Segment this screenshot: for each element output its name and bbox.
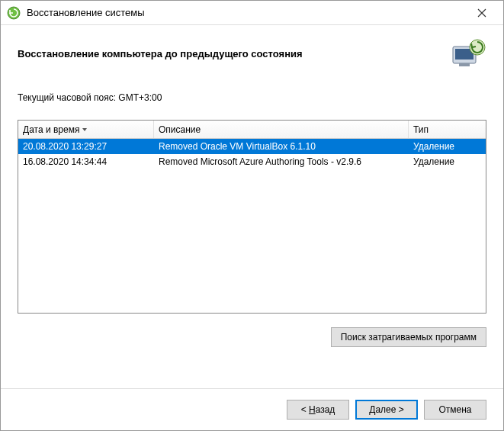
page-title: Восстановление компьютера до предыдущего… (18, 48, 303, 60)
cell-date: 16.08.2020 14:34:44 (18, 155, 154, 169)
column-header-date-label: Дата и время (23, 124, 79, 135)
restore-hero-icon (450, 37, 486, 69)
scan-row: Поиск затрагиваемых программ (18, 327, 486, 347)
column-header-description-label: Описание (159, 124, 201, 135)
titlebar: Восстановление системы (1, 1, 503, 25)
content-area: Текущий часовой пояс: GMT+3:00 Дата и вр… (1, 83, 503, 388)
table-row[interactable]: 20.08.2020 13:29:27Removed Oracle VM Vir… (18, 139, 486, 154)
column-header-date[interactable]: Дата и время (18, 121, 154, 138)
cell-type: Удаление (409, 140, 486, 153)
cancel-button[interactable]: Отмена (424, 400, 486, 420)
table-row[interactable]: 16.08.2020 14:34:44Removed Microsoft Azu… (18, 154, 486, 169)
table-header: Дата и время Описание Тип (18, 121, 486, 139)
next-button[interactable]: Далее > (355, 400, 418, 420)
timezone-label: Текущий часовой пояс: GMT+3:00 (18, 92, 486, 103)
cell-date: 20.08.2020 13:29:27 (18, 140, 154, 153)
cell-description: Removed Oracle VM VirtualBox 6.1.10 (154, 140, 409, 153)
scan-affected-programs-button[interactable]: Поиск затрагиваемых программ (331, 327, 486, 347)
wizard-footer: < Назад Далее > Отмена (1, 388, 503, 430)
table-body: 20.08.2020 13:29:27Removed Oracle VM Vir… (18, 139, 486, 169)
window-title: Восстановление системы (27, 7, 467, 18)
sort-indicator-icon (82, 128, 87, 131)
close-icon (477, 8, 486, 18)
restore-points-table: Дата и время Описание Тип 20.08.2020 13:… (18, 120, 486, 314)
wizard-header: Восстановление компьютера до предыдущего… (1, 25, 503, 83)
cell-description: Removed Microsoft Azure Authoring Tools … (154, 155, 409, 169)
column-header-type[interactable]: Тип (409, 121, 486, 138)
system-restore-dialog: Восстановление системы Восстановление ко… (0, 0, 504, 431)
svg-rect-3 (459, 63, 470, 66)
back-button[interactable]: < Назад (287, 400, 349, 420)
column-header-description[interactable]: Описание (154, 121, 409, 138)
cell-type: Удаление (409, 155, 486, 169)
close-button[interactable] (467, 2, 497, 24)
column-header-type-label: Тип (413, 124, 429, 135)
system-restore-icon (7, 6, 21, 20)
